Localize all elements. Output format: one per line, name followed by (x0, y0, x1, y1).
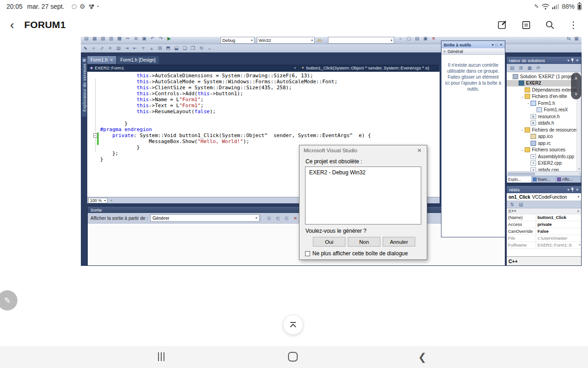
recents-button[interactable] (158, 352, 164, 361)
snap-grid-icon[interactable]: ⌗ (90, 45, 97, 52)
align-top-icon[interactable]: ⫧ (140, 45, 147, 52)
dialog-project-list[interactable]: EXER2 - Debug Win32 (305, 167, 421, 224)
indent-icon[interactable]: ⇥ (123, 45, 130, 52)
chevron-down-icon[interactable]: ∨ (575, 92, 578, 96)
tree-item[interactable]: hresource.h (507, 113, 581, 120)
tree-item[interactable]: Solution 'EXER2' (1 projet) (507, 73, 581, 80)
tree-hscrollbar[interactable]: › (507, 171, 581, 176)
output-source-combo[interactable]: Générer▾ (150, 214, 260, 222)
close-toolbar-icon[interactable]: ✕ (581, 37, 582, 42)
zoom-level-combo[interactable]: 100 %▾ (88, 198, 107, 203)
refresh-icon[interactable]: ⟳ (535, 64, 542, 71)
start-debug-icon[interactable]: ▶ (165, 37, 173, 42)
panel-menu-icon[interactable]: ▾ (567, 58, 569, 63)
cut-icon[interactable]: ✂ (124, 37, 131, 42)
find-message-icon[interactable]: ⎘ (266, 215, 273, 222)
dialog-button-oui[interactable]: Oui (313, 237, 345, 247)
save-all-icon[interactable]: ▩ (116, 37, 123, 42)
maximize-icon[interactable]: □ (495, 43, 498, 47)
hscroll-left-icon[interactable]: ◂ (110, 198, 112, 202)
open-file-icon[interactable]: ▨ (99, 37, 107, 42)
format-selection-icon[interactable]: ≡ (107, 45, 114, 52)
expander-icon[interactable]: ⌄ (520, 148, 525, 152)
folder-icon[interactable]: 🗁 (316, 37, 323, 44)
align-bottom-icon[interactable]: ⫨ (148, 45, 155, 52)
tab-form1h-design[interactable]: Form1.h [Design] (117, 56, 159, 64)
back-button[interactable]: ‹ (10, 19, 14, 31)
add-item-icon[interactable]: ▦ (91, 37, 98, 42)
expander-icon[interactable]: ⌄ (520, 128, 525, 132)
panel-menu-icon[interactable]: ▾ (567, 188, 569, 192)
dialog-titlebar[interactable]: Microsoft Visual Studio ✕ (300, 145, 427, 155)
panel-tab-3[interactable]: Affic... (556, 176, 581, 183)
view-class-diagram-icon[interactable]: ▦ (526, 64, 533, 71)
order-back-icon[interactable]: ⬓ (173, 45, 180, 52)
ungroup-icon[interactable]: ❐ (189, 45, 197, 52)
scroll-to-top-button[interactable] (283, 315, 303, 335)
paste-icon[interactable]: ▣ (141, 37, 148, 42)
tree-item[interactable]: hstdafx.h (507, 120, 581, 127)
panel-menu-icon[interactable]: ▾ (492, 43, 493, 47)
dialog-button-non[interactable]: Non (348, 237, 380, 247)
tree-item[interactable]: Form1.resX (507, 107, 581, 114)
dialog-button-annuler[interactable]: Annuler (383, 237, 415, 247)
search-icon[interactable] (545, 20, 555, 30)
find-combo[interactable]: ▾ (328, 37, 394, 44)
previous-message-icon[interactable]: ⎗ (274, 215, 282, 222)
redo-icon[interactable]: ↷ (157, 37, 164, 42)
solution-platform-combo[interactable]: Win32▾ (257, 37, 315, 44)
tree-item[interactable]: EXER2 (507, 80, 581, 87)
solution-explorer-title[interactable]: rateur de solutions ▾✕ (507, 57, 581, 64)
stop-icon[interactable]: ✕ (430, 37, 437, 42)
group-icon[interactable]: ❏ (181, 45, 188, 52)
toolbar-overflow-icon[interactable]: ⌄ (206, 45, 213, 52)
show-all-files-icon[interactable]: ⊞ (517, 64, 525, 71)
panel-tab-2[interactable]: Team... (532, 176, 556, 183)
compare-icon[interactable]: ⇆ (565, 37, 572, 42)
next-message-icon[interactable]: ⎘ (283, 215, 290, 222)
close-icon[interactable]: ✕ (499, 43, 503, 47)
properties-object-combo[interactable]: on1_ClickVCCodeFunction▾ (507, 193, 581, 201)
save-icon[interactable]: ▥ (107, 37, 115, 42)
comment-icon[interactable]: ▤ (115, 45, 122, 52)
tab-order-icon[interactable]: ⟲ (198, 45, 205, 52)
nav-back-button[interactable]: ❮ (418, 351, 426, 363)
copy-icon[interactable]: ⧉ (132, 37, 140, 42)
make-same-size-icon[interactable]: ⊞ (156, 45, 164, 52)
tree-item[interactable]: app.ico (507, 133, 581, 140)
dont-show-again-checkbox[interactable] (305, 251, 310, 256)
new-project-icon[interactable]: ▤ (83, 37, 90, 42)
floating-edit-button[interactable]: ✎ (0, 290, 17, 310)
tree-item[interactable]: ⌄Form1.h (507, 100, 581, 107)
home-button[interactable] (288, 352, 298, 362)
alphabetical-sort-icon[interactable]: ⇅ (509, 201, 516, 208)
tree-item[interactable]: Dépendances externes (507, 86, 581, 93)
note-list-icon[interactable] (521, 20, 531, 30)
chevron-up-icon[interactable]: ∧ (575, 76, 578, 80)
properties-title[interactable]: riétés ▾✕ (507, 186, 581, 193)
toolbox-title[interactable]: Boîte à outils ▾□✕ (441, 41, 505, 48)
property-row[interactable]: Accessprivate (507, 221, 581, 228)
toolbox-toggle-icon[interactable]: ▣ (422, 37, 429, 42)
pointer-tool-icon[interactable]: ⬀ (98, 45, 106, 52)
clear-output-icon[interactable]: ✕ (292, 215, 299, 222)
command-window-icon[interactable]: ▤ (413, 37, 421, 42)
outdent-icon[interactable]: ⇤ (131, 45, 139, 52)
panel-tab-1[interactable]: Explo... (507, 176, 531, 183)
properties-window-icon[interactable]: ▤ (509, 64, 516, 71)
order-front-icon[interactable]: ⬒ (164, 45, 172, 52)
tree-item[interactable]: app.rc (507, 140, 581, 147)
compose-icon[interactable] (498, 20, 508, 30)
select-pointer-icon[interactable]: ⬉ (82, 45, 89, 52)
tree-item[interactable]: +stdafx.cpp (507, 167, 581, 171)
solution-configurations-icon[interactable]: ⌕ (397, 37, 404, 42)
property-row[interactable]: FullNameEXER2::Form1::b∨ (507, 242, 581, 249)
close-icon[interactable]: ✕ (416, 147, 423, 154)
toolbox-section-general[interactable]: ∨Général (441, 48, 505, 55)
code-fold-icon[interactable]: − (93, 133, 97, 138)
tree-item[interactable]: ⌄Fichiers d'en-tête (507, 93, 581, 100)
undo-icon[interactable]: ↶ (149, 37, 156, 42)
members-combo[interactable]: ✦button1_Click(System::Object ^ sender, … (299, 65, 438, 71)
close-icon[interactable]: ✕ (576, 188, 579, 192)
expander-icon[interactable]: ⌄ (526, 101, 531, 105)
